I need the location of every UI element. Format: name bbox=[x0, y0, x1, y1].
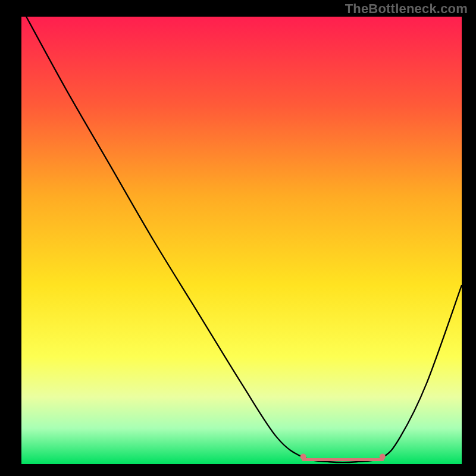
optimal-range-marker-left bbox=[300, 453, 306, 459]
optimal-range-marker-right bbox=[380, 453, 386, 459]
bottleneck-chart bbox=[0, 0, 476, 476]
chart-frame: TheBottleneck.com bbox=[0, 0, 476, 476]
plot-background bbox=[21, 17, 462, 464]
watermark-text: TheBottleneck.com bbox=[345, 1, 468, 17]
